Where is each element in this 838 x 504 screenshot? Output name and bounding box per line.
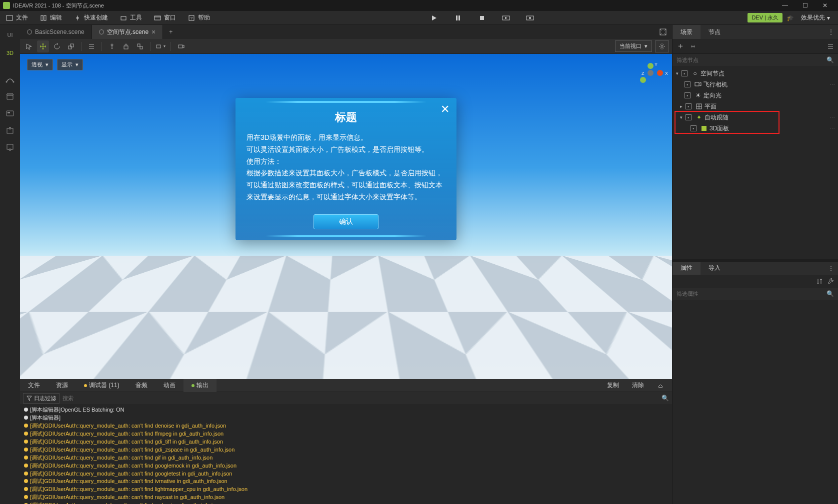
lock-tool[interactable] <box>120 40 132 52</box>
wrench-icon[interactable] <box>827 278 834 285</box>
log-area[interactable]: [脚本编辑器]OpenGL ES Batching: ON[脚本编辑器][调试]… <box>20 404 672 504</box>
search-icon[interactable]: 🔍 <box>662 395 669 402</box>
prop-tab-attr[interactable]: 属性 <box>672 262 700 275</box>
visibility-icon[interactable]: ▪ <box>684 92 690 98</box>
visibility-icon[interactable]: ▪ <box>686 103 692 109</box>
sort-icon[interactable] <box>816 278 823 285</box>
right-tab-node[interactable]: 节点 <box>700 25 728 39</box>
search-icon[interactable]: 🔍 <box>826 56 834 63</box>
search-icon[interactable]: 🔍 <box>826 290 834 297</box>
tree-node-root[interactable]: ▾ ▪ ○ 空间节点 <box>672 68 838 79</box>
add-tab-button[interactable]: + <box>163 28 178 35</box>
select-tool[interactable] <box>23 40 35 52</box>
viewport-dropdown[interactable]: 当前视口▾ <box>615 40 652 52</box>
minimize-button[interactable]: — <box>775 0 795 11</box>
left-tab-3d[interactable]: 3D <box>2 46 18 60</box>
caret-down-icon[interactable]: ▾ <box>678 115 684 120</box>
tree-node-light[interactable]: ▪ ☀ 定向光 <box>672 90 838 101</box>
clear-button[interactable]: 清除 <box>628 380 648 391</box>
menu-quick-create[interactable]: 快速创建 <box>68 11 114 25</box>
dialog-close-button[interactable]: ✕ <box>440 103 450 116</box>
prop-tab-import[interactable]: 导入 <box>700 262 728 275</box>
camera-tool[interactable] <box>175 40 187 52</box>
prop-filter-input[interactable] <box>676 291 826 297</box>
gizmo-y-icon[interactable] <box>648 63 654 69</box>
edit-icon <box>40 14 47 21</box>
display-dropdown[interactable]: 显示▾ <box>57 59 83 70</box>
script-icon[interactable]: ⋯ <box>830 81 835 88</box>
card-icon[interactable] <box>2 107 18 120</box>
tree-node-camera[interactable]: ▪ 飞行相机 ⋯ <box>672 79 838 90</box>
visibility-icon[interactable]: ▪ <box>686 114 692 120</box>
close-window-button[interactable]: ✕ <box>815 0 835 11</box>
caret-right-icon[interactable]: ▸ <box>678 104 684 109</box>
menu-tool[interactable]: 工具 <box>114 11 148 25</box>
store-icon[interactable] <box>2 90 18 103</box>
tree-node-follow[interactable]: ▾ ▪ ✦ 自动跟随 ⋯ <box>672 112 838 123</box>
gizmo-x-icon[interactable] <box>657 70 663 76</box>
list-tool[interactable] <box>86 40 98 52</box>
menu-edit[interactable]: 编辑 <box>34 11 68 25</box>
add-node-icon[interactable]: ＋ <box>676 41 684 51</box>
play-button[interactable] <box>430 13 438 22</box>
snap-tool[interactable] <box>106 40 118 52</box>
visibility-icon[interactable]: ▪ <box>690 125 696 131</box>
tree-node-plane[interactable]: ▸ ▪ 平面 <box>672 101 838 112</box>
scene-tab-basic[interactable]: BasicScene.scene <box>20 25 92 39</box>
bottom-tab-file[interactable]: 文件 <box>20 379 48 392</box>
link-node-icon[interactable] <box>690 43 696 50</box>
viewport-3d[interactable]: 透视▾ 显示▾ Y X Z ✕ 标题 <box>20 54 672 379</box>
left-tab-ui[interactable]: UI <box>2 28 18 42</box>
axis-gizmo[interactable]: Y X Z <box>638 63 663 83</box>
transform-dd[interactable]: ▾ <box>154 40 166 52</box>
bottom-tab-res[interactable]: 资源 <box>48 379 76 392</box>
right-tabs: 场景 节点 ⋮ <box>672 25 838 39</box>
scale-tool[interactable] <box>65 40 77 52</box>
script-icon[interactable]: ⋯ <box>830 114 835 121</box>
scene-filter-input[interactable] <box>676 57 826 63</box>
dialog-confirm-button[interactable]: 确认 <box>314 214 378 229</box>
bottom-tab-output[interactable]: 输出 <box>184 379 216 392</box>
bottom-tab-debugger[interactable]: 调试器 (11) <box>76 379 128 392</box>
caret-down-icon[interactable]: ▾ <box>674 71 680 76</box>
curve-tool-icon[interactable] <box>2 73 18 86</box>
bottom-tab-anim[interactable]: 动画 <box>156 379 184 392</box>
visibility-icon[interactable]: ▪ <box>682 70 688 76</box>
menu-file[interactable]: 文件 <box>0 11 34 25</box>
effect-priority-dropdown[interactable]: 效果优先▾ <box>798 11 833 24</box>
pause-button[interactable] <box>454 13 462 22</box>
script-icon[interactable]: ⋯ <box>830 125 835 132</box>
import-icon[interactable] <box>2 141 18 154</box>
dialog-decor-top <box>266 101 426 103</box>
maximize-button[interactable]: ☐ <box>795 0 815 11</box>
move-tool[interactable] <box>37 40 49 52</box>
play-custom-button[interactable] <box>526 13 534 22</box>
stop-button[interactable] <box>478 13 486 22</box>
right-tab-scene[interactable]: 场景 <box>672 25 700 39</box>
log-filter-button[interactable]: 日志过滤 <box>23 393 60 404</box>
panel-menu-icon[interactable]: ⋮ <box>824 28 838 35</box>
scene-tab-spatial[interactable]: 空间节点.scene × <box>92 25 164 39</box>
distraction-free-icon[interactable] <box>657 26 669 38</box>
visibility-icon[interactable]: ▪ <box>684 81 690 87</box>
viewport-settings[interactable] <box>655 40 669 52</box>
export-icon[interactable] <box>2 124 18 137</box>
grad-cap-icon[interactable]: 🎓 <box>786 14 794 21</box>
panel-menu-icon[interactable]: ⋮ <box>824 265 838 272</box>
gizmo-z-icon[interactable] <box>640 77 646 83</box>
menu-window[interactable]: 窗口 <box>148 11 182 25</box>
rotate-tool[interactable] <box>51 40 63 52</box>
menu-help[interactable]: ? 帮助 <box>182 11 216 25</box>
log-text: [调试]GDIUserAuth::query_module_auth: can'… <box>30 454 212 462</box>
collapse-panel-icon[interactable] <box>653 381 668 390</box>
scene-tab-basic-label: BasicScene.scene <box>35 28 84 35</box>
play-scene-button[interactable] <box>502 13 510 22</box>
log-search-input[interactable] <box>62 395 658 401</box>
close-tab-icon[interactable]: × <box>152 28 156 36</box>
tree-node-3dpanel[interactable]: ▪ 3D面板 ⋯ <box>672 123 838 134</box>
group-tool[interactable] <box>134 40 146 52</box>
list-menu-icon[interactable] <box>827 43 834 50</box>
bottom-tab-audio[interactable]: 音频 <box>128 379 156 392</box>
copy-button[interactable]: 复制 <box>603 380 623 391</box>
perspective-dropdown[interactable]: 透视▾ <box>27 59 53 70</box>
